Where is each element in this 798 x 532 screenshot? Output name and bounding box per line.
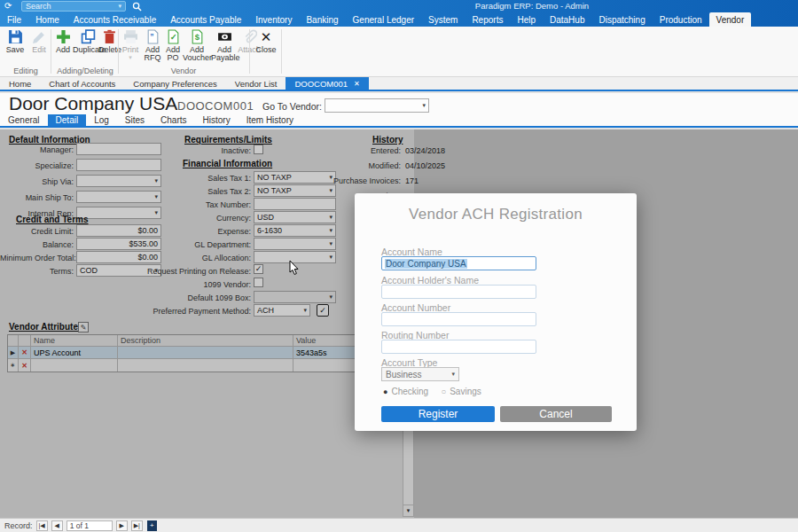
tab-history[interactable]: History [195, 114, 239, 126]
menu-inventory[interactable]: Inventory [248, 12, 299, 27]
menu-general-ledger[interactable]: General Ledger [346, 12, 422, 27]
search-placeholder: Search [26, 2, 51, 11]
record-first-button[interactable]: |◀ [36, 520, 48, 531]
routing-number-input[interactable] [381, 340, 536, 354]
tab-close-icon[interactable]: ✕ [354, 80, 360, 88]
tab-log[interactable]: Log [86, 114, 117, 126]
search-icon [132, 2, 142, 12]
checking-radio[interactable]: ● Checking [383, 387, 428, 396]
save-icon [8, 29, 23, 44]
account-name-input[interactable]: Door Company USA [381, 256, 536, 270]
add-rfq-button[interactable]: ” Add RFQ [142, 29, 163, 63]
delete-button[interactable]: Delete [98, 29, 120, 54]
menu-production[interactable]: Production [653, 12, 709, 27]
menu-vendor[interactable]: Vendor [709, 12, 752, 27]
save-button[interactable]: Save [2, 29, 28, 54]
attribute-name-cell[interactable]: UPS Account [31, 347, 118, 358]
tab-general[interactable]: General [0, 114, 48, 126]
vendor-1099-checkbox[interactable] [254, 278, 263, 287]
menu-accounts-receivable[interactable]: Accounts Receivable [66, 12, 163, 27]
printer-icon [123, 29, 138, 44]
menu-dispatching[interactable]: Dispatching [591, 12, 652, 27]
section-financial-information: Financial Information [183, 159, 272, 168]
new-record-icon[interactable]: + [147, 520, 157, 531]
add-payable-button[interactable]: Add Payable [211, 29, 238, 63]
doc-tab-chart-of-accounts[interactable]: Chart of Accounts [40, 77, 124, 90]
ach-registration-icon[interactable]: ✓ [317, 304, 329, 317]
gl-department-select[interactable]: ▾ [254, 238, 336, 250]
add-button[interactable]: Add [52, 29, 74, 54]
delete-row-icon[interactable]: ✕ [19, 347, 31, 358]
menu-home[interactable]: Home [28, 12, 66, 27]
register-button[interactable]: Register [381, 406, 495, 422]
print-dropdown-icon: ▾ [120, 54, 141, 60]
section-requirements-limits: Requirements/Limits [184, 135, 272, 145]
currency-select[interactable]: USD▾ [254, 211, 336, 223]
edit-attributes-icon[interactable]: ✎ [78, 322, 89, 332]
goto-vendor-combobox[interactable]: ▾ [325, 98, 429, 113]
radio-off-icon: ○ [441, 387, 446, 396]
add-po-button[interactable]: ✓ Add PO [163, 29, 183, 63]
savings-radio[interactable]: ○ Savings [441, 387, 481, 396]
title-bar: ⟳ Search ▾ Paradigm ERP: Demo - Admin Fi… [0, 0, 798, 27]
sales-tax1-label: Sales Tax 1: [124, 174, 251, 183]
menu-system[interactable]: System [421, 12, 465, 27]
tab-item-history[interactable]: Item History [239, 114, 301, 126]
ship-via-label: Ship Via: [0, 177, 74, 186]
preferred-payment-label: Preferred Payment Method: [124, 307, 251, 316]
menu-accounts-payable[interactable]: Accounts Payable [163, 12, 248, 27]
detail-tab-strip: General Detail Log Sites Charts History … [0, 114, 798, 128]
menu-file[interactable]: File [0, 12, 28, 27]
record-last-button[interactable]: ▶| [131, 520, 143, 531]
doc-tab-company-preferences[interactable]: Company Preferences [124, 77, 226, 90]
search-button[interactable] [129, 1, 144, 12]
table-row-new[interactable]: ∗ ✕ [8, 359, 404, 372]
record-prev-button[interactable]: ◀ [51, 520, 63, 531]
account-subtype-radios: ● Checking ○ Savings [383, 387, 481, 396]
account-holder-input[interactable] [381, 285, 536, 299]
chevron-down-icon[interactable]: ▾ [118, 3, 121, 10]
menu-datahub[interactable]: DataHub [543, 12, 591, 27]
preferred-payment-select[interactable]: ACH▾ [254, 304, 310, 317]
tab-detail[interactable]: Detail [48, 114, 87, 126]
menu-banking[interactable]: Banking [299, 12, 345, 27]
ribbon-group-adding-deleting: Add Duplicate Delete Adding/Deleting [51, 27, 119, 76]
specialize-label: Specialize: [0, 161, 74, 170]
request-printing-checkbox[interactable]: ✓ [254, 264, 263, 274]
doc-tab-vendor-list[interactable]: Vendor List [226, 77, 286, 90]
main-ship-to-label: Main Ship To: [0, 193, 74, 202]
doc-tab-doocom001[interactable]: DOOCOM001 ✕ [286, 77, 368, 90]
ribbon-group-label-adding: Adding/Deleting [51, 66, 119, 75]
credit-limit-label: Credit Limit: [0, 227, 74, 236]
account-type-select[interactable]: Business ▾ [381, 367, 459, 381]
account-number-input[interactable] [381, 312, 536, 326]
menu-reports[interactable]: Reports [465, 12, 510, 27]
cancel-button[interactable]: Cancel [500, 406, 612, 422]
radio-on-icon: ● [383, 387, 387, 396]
scroll-down-icon[interactable]: ▼ [403, 505, 413, 516]
attribute-name-cell[interactable] [31, 359, 118, 372]
record-next-button[interactable]: ▶ [116, 520, 128, 531]
delete-row-icon[interactable]: ✕ [19, 359, 31, 372]
menu-help[interactable]: Help [510, 12, 543, 27]
vendor-ach-registration-dialog: Vendor ACH Registration Account Name Doo… [355, 193, 637, 431]
search-input[interactable]: Search ▾ [21, 1, 126, 12]
add-voucher-button[interactable]: $ Add Voucher [183, 29, 211, 63]
expense-select[interactable]: 6-1630▾ [254, 224, 336, 237]
specialize-field[interactable] [76, 159, 161, 171]
mouse-cursor [289, 261, 300, 275]
attribute-description-cell[interactable] [118, 347, 293, 358]
column-name[interactable]: Name [31, 335, 118, 346]
doc-tab-home[interactable]: Home [0, 77, 40, 90]
tab-sites[interactable]: Sites [117, 114, 153, 126]
purchase-invoices-label: Purchase Invoices: [319, 176, 401, 185]
refresh-icon[interactable]: ⟳ [4, 1, 12, 11]
column-description[interactable]: Description [118, 335, 293, 346]
close-button[interactable]: ✕ Close [254, 29, 278, 54]
add-rfq-icon: ” [145, 29, 160, 44]
table-row[interactable]: ▶ ✕ UPS Account 3543a5s [8, 347, 404, 359]
inactive-checkbox[interactable] [254, 145, 263, 154]
attribute-description-cell[interactable] [118, 359, 293, 372]
ribbon-group-label-vendor: Vendor [119, 66, 248, 75]
tab-charts[interactable]: Charts [153, 114, 194, 126]
